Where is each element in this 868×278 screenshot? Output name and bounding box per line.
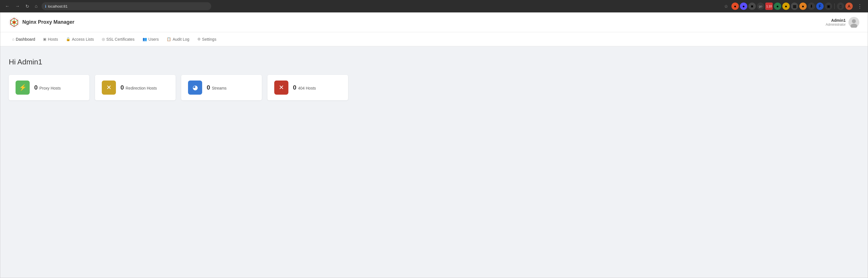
nav-label-users: Users	[149, 37, 159, 41]
streams-icon-box: ◕	[188, 80, 202, 95]
ext-icon-8[interactable]: ▦	[791, 3, 798, 10]
proxy-hosts-count: 0	[34, 84, 38, 91]
ext-icon-3[interactable]: ■	[748, 3, 756, 10]
main-content: Hi Admin1 ⚡ 0 Proxy Hosts ✕	[0, 46, 868, 112]
ext-icon-1[interactable]: ●	[732, 3, 739, 10]
404-hosts-icon-box: ✕	[274, 80, 288, 95]
ext-icon-4[interactable]: go	[757, 3, 764, 10]
nav-item-access-lists[interactable]: 🔒 Access Lists	[62, 35, 97, 43]
profile-icon[interactable]: A	[845, 3, 853, 10]
404-hosts-count: 0	[293, 84, 296, 91]
stats-grid: ⚡ 0 Proxy Hosts ✕ 0 Redirection H	[9, 75, 348, 100]
settings-icon: ⚙	[197, 37, 201, 41]
404-hosts-label: 404 Hosts	[298, 86, 316, 91]
ext-icon-10[interactable]: ⬇	[808, 3, 815, 10]
stream-icon: ◕	[192, 84, 198, 91]
bookmark-button[interactable]: ☆	[723, 3, 729, 10]
reload-button[interactable]: ↻	[24, 3, 31, 10]
home-button[interactable]: ⌂	[33, 3, 39, 10]
redirection-hosts-info: 0 Redirection Hosts	[120, 84, 157, 91]
ext-icon-2[interactable]: ●	[740, 3, 747, 10]
nav-label-hosts: Hosts	[48, 37, 58, 41]
nav-label-ssl: SSL Certificates	[106, 37, 134, 41]
brand[interactable]: Nginx Proxy Manager	[9, 17, 74, 28]
url-input[interactable]	[48, 4, 208, 8]
ext-icon-11[interactable]: F	[816, 3, 824, 10]
lock-icon: 🔒	[66, 37, 70, 41]
ext-icon-6[interactable]: ●	[774, 3, 781, 10]
streams-label: Streams	[212, 86, 226, 91]
brand-name: Nginx Proxy Manager	[22, 19, 74, 25]
redirection-hosts-count: 0	[120, 84, 124, 91]
streams-info: 0 Streams	[207, 84, 226, 91]
nav-label-audit: Audit Log	[173, 37, 189, 41]
redirection-hosts-icon-box: ✕	[102, 80, 116, 95]
proxy-hosts-info: 0 Proxy Hosts	[34, 84, 61, 91]
stat-card-streams[interactable]: ◕ 0 Streams	[181, 75, 262, 100]
ext-icon-5[interactable]: 1.10	[765, 3, 773, 10]
ext-icon-12[interactable]: ▣	[825, 3, 832, 10]
streams-count: 0	[207, 84, 210, 91]
stat-card-404-hosts[interactable]: ✕ 0 404 Hosts	[268, 75, 348, 100]
proxy-hosts-count-label: 0 Proxy Hosts	[34, 84, 61, 91]
forward-button[interactable]: →	[13, 3, 22, 10]
user-role: Administrator	[826, 23, 846, 27]
nav-label-dashboard: Dashboard	[16, 37, 35, 41]
browser-chrome: ← → ↻ ⌂ ℹ ☆ ● ● ■ go 1.10 ● ● ▦ ● ⬇ F ▣ …	[0, 0, 868, 12]
proxy-hosts-icon-box: ⚡	[16, 80, 30, 95]
ext-icon-13[interactable]: ▯	[837, 3, 844, 10]
nav-item-hosts[interactable]: ▣ Hosts	[39, 35, 61, 43]
menu-button[interactable]: ⋮	[855, 2, 865, 10]
browser-extensions: ● ● ■ go 1.10 ● ● ▦ ● ⬇ F ▣ ▯ A	[732, 3, 853, 10]
nav-item-ssl-certificates[interactable]: ◎ SSL Certificates	[98, 35, 138, 43]
svg-point-11	[852, 19, 856, 23]
stat-card-proxy-hosts[interactable]: ⚡ 0 Proxy Hosts	[9, 75, 89, 100]
proxy-hosts-label: Proxy Hosts	[39, 86, 61, 91]
user-area: Admin1 Administrator	[826, 17, 859, 28]
brand-logo	[9, 17, 20, 28]
nav-item-dashboard[interactable]: ⌂ Dashboard	[9, 35, 38, 43]
404-hosts-count-label: 0 404 Hosts	[293, 84, 316, 91]
nav-item-settings[interactable]: ⚙ Settings	[194, 35, 220, 43]
svg-point-3	[13, 22, 15, 23]
bolt-icon: ⚡	[19, 84, 27, 91]
404-icon: ✕	[279, 84, 284, 91]
nav-item-audit-log[interactable]: 📋 Audit Log	[163, 35, 192, 43]
streams-count-label: 0 Streams	[207, 84, 226, 91]
stat-card-redirection-hosts[interactable]: ✕ 0 Redirection Hosts	[95, 75, 176, 100]
separator	[834, 3, 835, 9]
ext-icon-9[interactable]: ●	[799, 3, 807, 10]
greeting: Hi Admin1	[9, 58, 859, 66]
user-info: Admin1 Administrator	[826, 18, 846, 27]
redirection-hosts-count-label: 0 Redirection Hosts	[120, 84, 157, 91]
404-hosts-info: 0 404 Hosts	[293, 84, 316, 91]
redirect-icon: ✕	[106, 84, 112, 91]
nav-item-users[interactable]: 👥 Users	[139, 35, 162, 43]
users-icon: 👥	[143, 37, 147, 41]
redirection-hosts-label: Redirection Hosts	[126, 86, 157, 91]
address-bar[interactable]: ℹ	[41, 2, 211, 10]
back-button[interactable]: ←	[3, 3, 11, 10]
app-container: Nginx Proxy Manager Admin1 Administrator…	[0, 12, 868, 278]
topbar: Nginx Proxy Manager Admin1 Administrator	[0, 12, 868, 32]
dashboard-icon: ⌂	[12, 37, 14, 41]
avatar[interactable]	[848, 17, 859, 28]
ext-icon-7[interactable]: ●	[782, 3, 790, 10]
avatar-icon	[848, 17, 859, 28]
hosts-icon: ▣	[43, 37, 46, 41]
navbar: ⌂ Dashboard ▣ Hosts 🔒 Access Lists ◎ SSL…	[0, 32, 868, 46]
ssl-icon: ◎	[102, 37, 105, 41]
audit-icon: 📋	[166, 37, 171, 41]
info-icon: ℹ	[45, 4, 46, 8]
user-name: Admin1	[826, 18, 846, 23]
nav-label-settings: Settings	[202, 37, 217, 41]
nav-label-access-lists: Access Lists	[72, 37, 94, 41]
